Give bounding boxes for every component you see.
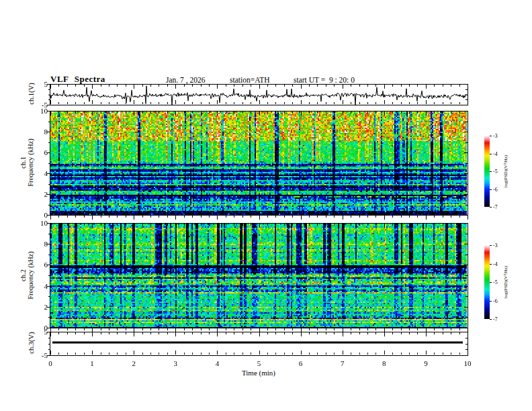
x-tick-label: 2 — [124, 359, 144, 367]
vlf-spectra-figure: VLF Spectra Jan. 7 , 2026 station=ATH st… — [0, 0, 532, 411]
x-tick — [126, 216, 126, 218]
x-tick — [150, 328, 151, 330]
colorbar-tick-label: -5 — [493, 169, 498, 175]
x-tick — [309, 216, 310, 218]
ch2-spectrogram-canvas — [50, 224, 467, 328]
header-station: station=ATH — [230, 76, 270, 84]
colorbar-tick — [490, 189, 492, 190]
x-tick — [443, 216, 443, 218]
x-tick — [184, 216, 185, 218]
x-tick — [392, 328, 393, 330]
y-tick-label: 0 — [28, 211, 48, 219]
x-tick — [375, 328, 376, 330]
ch3-waveform-panel — [50, 332, 468, 356]
colorbar-tick — [490, 171, 492, 172]
x-tick — [201, 216, 202, 218]
x-tick — [275, 328, 276, 330]
x-tick — [251, 216, 251, 218]
x-tick — [201, 328, 202, 330]
x-tick-label: 0 — [40, 359, 60, 367]
x-tick — [75, 216, 76, 218]
x-tick — [84, 216, 85, 218]
x-tick — [343, 216, 343, 220]
ch1-voltage-axis-label: ch.1(V) — [28, 71, 35, 118]
x-tick — [101, 216, 101, 218]
x-tick — [451, 216, 451, 218]
x-tick — [50, 216, 51, 220]
x-tick — [367, 328, 368, 330]
x-tick — [134, 216, 134, 220]
ch2-label-line2: Frequency (kHz) — [27, 243, 34, 308]
x-tick — [67, 328, 68, 330]
x-tick — [459, 328, 460, 330]
x-tick — [234, 216, 234, 218]
x-tick — [226, 328, 226, 330]
x-tick — [284, 216, 285, 218]
colorbar-ch2-label: log(PSD)(V²/Hz) — [502, 254, 509, 310]
x-tick — [251, 328, 251, 330]
x-tick — [334, 328, 335, 330]
ch3-voltage-axis-label: ch.3(V) — [28, 320, 35, 367]
x-tick — [117, 216, 118, 218]
x-tick — [434, 328, 435, 330]
x-axis-title: Time (min) — [218, 369, 299, 377]
ch1-waveform-panel — [50, 84, 468, 105]
x-tick — [159, 328, 159, 330]
colorbar-tick — [490, 136, 492, 136]
x-tick — [443, 328, 443, 330]
ch3-waveform-canvas — [50, 332, 467, 355]
x-tick-label: 8 — [374, 359, 394, 367]
x-tick — [426, 216, 427, 220]
x-tick — [309, 328, 310, 330]
header-date: Jan. 7 , 2026 — [166, 76, 205, 84]
colorbar-ch2 — [484, 245, 490, 319]
x-tick — [75, 328, 76, 330]
y-tick-label: 10 — [28, 219, 48, 227]
x-tick — [367, 216, 368, 218]
colorbar-tick — [490, 245, 492, 246]
x-tick — [375, 216, 376, 218]
ch1-spectrogram-panel — [50, 111, 468, 216]
x-tick — [226, 216, 226, 218]
x-tick — [58, 216, 59, 218]
x-tick — [242, 328, 243, 330]
colorbar-tick — [490, 282, 492, 283]
ch1-frequency-axis-label: ch.1 Frequency (kHz) — [19, 130, 34, 195]
x-tick — [175, 216, 176, 220]
x-tick — [117, 328, 118, 330]
x-tick — [317, 216, 318, 218]
x-tick — [84, 328, 85, 330]
x-tick — [192, 328, 193, 330]
x-tick — [351, 328, 351, 330]
x-tick — [434, 216, 435, 218]
x-tick — [234, 328, 234, 330]
x-tick — [409, 328, 410, 330]
colorbar-tick-label: -7 — [493, 316, 498, 322]
x-tick — [209, 216, 210, 218]
x-tick-label: 10 — [457, 359, 478, 367]
colorbar-tick-label: -4 — [493, 151, 498, 157]
x-tick — [401, 328, 402, 330]
x-tick — [109, 328, 109, 330]
x-tick — [417, 328, 418, 330]
x-tick — [326, 328, 326, 330]
ch2-label-line1: ch.2 — [19, 243, 27, 308]
x-tick-label: 9 — [416, 359, 436, 367]
figure-title: VLF Spectra — [50, 74, 105, 85]
x-tick — [167, 216, 168, 218]
colorbar-tick-label: -3 — [493, 242, 498, 248]
x-tick — [451, 328, 451, 330]
x-tick — [351, 216, 351, 218]
x-tick — [292, 328, 293, 330]
x-tick — [142, 216, 143, 218]
x-tick — [267, 328, 268, 330]
x-tick — [292, 216, 293, 218]
x-tick — [284, 328, 285, 330]
x-tick — [359, 216, 360, 218]
colorbar-tick-label: -3 — [493, 133, 498, 139]
x-tick — [192, 216, 193, 218]
x-tick-label: 6 — [291, 359, 311, 367]
x-tick — [159, 216, 159, 218]
x-tick — [209, 328, 210, 330]
ch1-spectrogram-canvas — [50, 111, 467, 215]
